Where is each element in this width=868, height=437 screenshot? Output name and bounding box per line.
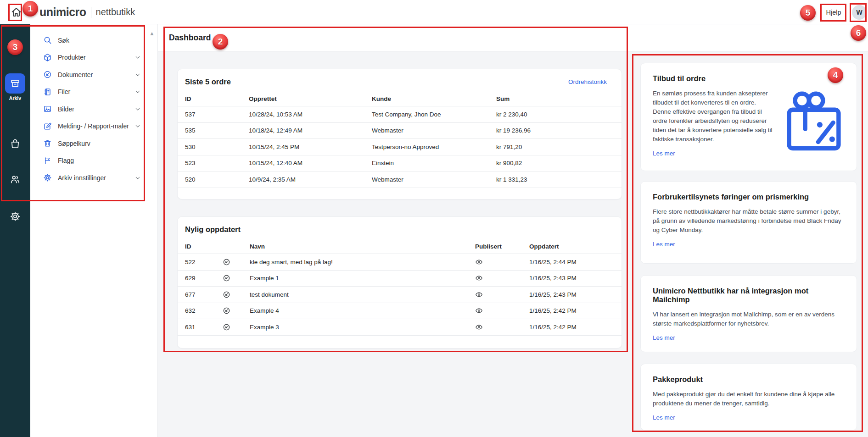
chevron-down-icon [134,89,141,95]
order-row[interactable]: 530 10/15/24, 2:45 PM Testperson-no Appr… [178,139,622,155]
search-icon [43,36,52,44]
file-binder-icon [43,88,52,96]
globe-pointer-icon [223,274,230,282]
cell-id: 523 [185,160,249,166]
news-title: Tilbud til ordre [653,74,773,83]
cell-sum: kr 19 236,96 [496,127,607,134]
globe-pointer-icon [223,291,230,299]
rail-item-arkiv[interactable]: Arkiv [0,73,30,101]
rail-item-shop[interactable] [0,138,30,149]
eye-icon[interactable] [475,307,483,315]
menu-item-maler[interactable]: Melding- / Rapport-maler [30,118,157,135]
read-more-link[interactable]: Les mer [653,241,675,248]
menu-item-label: Flagg [58,157,153,164]
help-button[interactable]: Hjelp [822,4,846,21]
updated-row[interactable]: 631 Example 3 1/16/25, 2:42 PM [178,319,622,336]
news-title: Pakkeprodukt [653,375,845,384]
eye-icon[interactable] [475,258,483,266]
read-more-link[interactable]: Les mer [653,150,675,157]
cell-customer: Webmaster [372,176,496,183]
news-card-pakkeprodukt: Pakkeprodukt Med pakkeprodukt gjør du de… [640,364,857,431]
updated-row[interactable]: 629 Example 1 1/16/25, 2:43 PM [178,271,622,287]
updated-row[interactable]: 632 Example 4 1/16/25, 2:42 PM [178,303,622,320]
cell-sum: kr 900,82 [496,160,607,166]
col-sum: Sum [496,95,607,102]
page-header-bar: Dashboard [158,24,868,51]
cell-id: 677 [185,291,223,298]
menu-item-flagg[interactable]: Flagg [30,152,157,170]
news-title: Forbrukertilsynets føringer om prismerki… [653,193,845,201]
menu-item-bilder[interactable]: Bilder [30,100,157,118]
order-row[interactable]: 523 10/15/24, 12:40 AM Einstein kr 900,8… [178,155,622,172]
news-card-tilbud: Tilbud til ordre En sømløs prosess fra k… [640,63,857,171]
home-icon[interactable] [9,5,23,19]
cell-created: 10/28/24, 10:53 AM [249,111,372,118]
order-row[interactable]: 537 10/28/24, 10:53 AM Test Company, Jho… [178,106,622,123]
rail-item-customers[interactable] [0,174,30,185]
cell-id: 520 [185,176,249,183]
globe-pointer-icon [223,307,230,315]
eye-icon[interactable] [475,274,483,282]
orders-card-title: Siste 5 ordre [185,77,231,86]
logo-unimicro: unimicro [39,6,86,19]
cell-customer: Einstein [372,160,496,166]
brand-logo: unimicro nettbutikk [39,0,135,24]
order-row[interactable]: 535 10/18/24, 12:49 AM Webmaster kr 19 2… [178,123,622,139]
menu-item-label: Filer [58,88,134,95]
menu-item-label: Produkter [58,54,134,61]
menu-item-sok[interactable]: Søk [30,32,157,49]
order-history-link[interactable]: Ordrehistorikk [568,78,607,85]
menu-item-label: Melding- / Rapport-maler [58,122,134,130]
chevron-down-icon [134,175,141,181]
flag-icon [43,156,52,165]
menu-item-arkiv-innstillinger[interactable]: Arkiv innstillinger [30,169,157,187]
cell-customer: Webmaster [372,127,496,134]
menu-item-soppelkurv[interactable]: Søppelkurv [30,135,157,152]
cell-created: 10/9/24, 2:35 AM [249,176,372,183]
cell-sum: kr 791,20 [496,144,607,150]
gift-percent-icon [779,74,848,157]
chevron-down-icon [134,123,141,129]
read-more-link[interactable]: Les mer [653,414,675,421]
cell-updated: 1/16/25, 2:44 PM [529,259,607,266]
cell-customer: Testperson-no Approved [372,144,496,150]
eye-icon[interactable] [475,291,483,299]
news-body: Vi har lansert en integrasjon mot Mailch… [653,310,845,328]
menu-item-label: Søppelkurv [58,140,153,147]
menu-item-filer[interactable]: Filer [30,83,157,101]
menu-item-label: Søk [58,37,153,44]
menu-item-dokumenter[interactable]: Dokumenter [30,66,157,83]
cell-created: 10/18/24, 12:49 AM [249,127,372,134]
cell-name: Example 1 [250,275,475,282]
archive-icon [5,73,25,94]
user-avatar[interactable]: W [852,5,867,20]
globe-pointer-icon [43,70,52,79]
eye-icon[interactable] [475,323,483,331]
chevron-down-icon [134,72,141,78]
read-more-link[interactable]: Les mer [653,334,675,341]
cell-id: 530 [185,144,249,150]
recently-updated-card: Nylig oppdatert ID Navn Publisert Oppdat… [177,216,622,348]
people-icon [10,174,21,185]
app-screen: unimicro nettbutikk Hjelp W Arkiv [0,0,868,437]
updated-row[interactable]: 677 test dokument 1/16/25, 2:43 PM [178,287,622,303]
updated-row[interactable]: 522 kle deg smart, med lag på lag! 1/16/… [178,254,622,271]
cell-id: 631 [185,324,223,331]
menu-item-produkter[interactable]: Produkter [30,49,157,66]
updated-card-title: Nylig oppdatert [185,225,241,234]
image-icon [43,105,52,113]
col-published: Publisert [475,243,529,250]
collapse-menu-icon[interactable]: ▲ [149,30,155,37]
gear-icon [43,173,52,182]
cell-id: 535 [185,127,249,134]
globe-pointer-icon [223,323,230,331]
cell-name: Example 3 [250,324,475,331]
news-body: Med pakkeprodukt gjør du det enkelt for … [653,390,845,408]
shopping-bag-icon [10,138,21,149]
cell-name: kle deg smart, med lag på lag! [250,259,475,266]
rail-item-settings[interactable] [0,211,30,222]
order-row[interactable]: 520 10/9/24, 2:35 AM Webmaster kr 1 331,… [178,171,622,188]
updated-table-header: ID Navn Publisert Oppdatert [178,239,622,254]
news-title: Unimicro Nettbutikk har nå integrasjon m… [653,287,845,304]
page-title: Dashboard [169,24,211,51]
